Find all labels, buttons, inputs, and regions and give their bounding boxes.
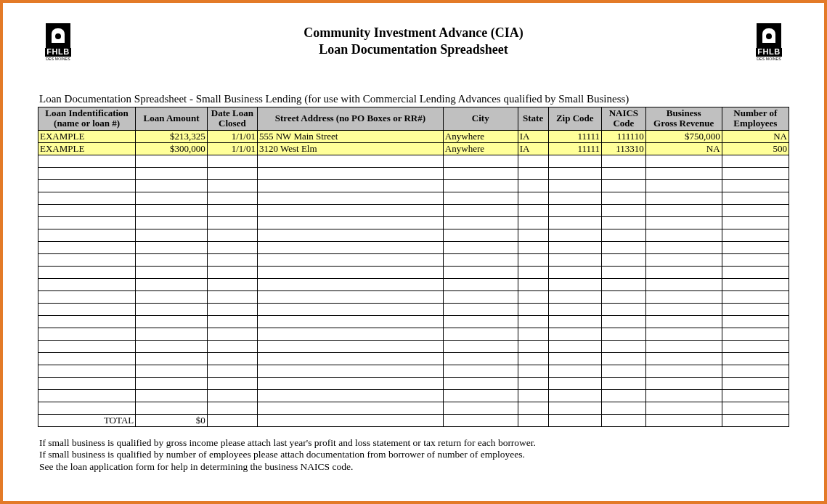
empty-cell	[722, 389, 789, 402]
empty-cell	[207, 352, 257, 365]
empty-cell	[548, 229, 601, 241]
empty-cell	[645, 216, 722, 229]
empty-cell	[601, 290, 645, 303]
empty-cell	[645, 365, 722, 377]
empty-cell	[601, 216, 645, 229]
total-label: TOTAL	[38, 414, 136, 426]
empty-cell	[722, 229, 789, 241]
empty-cell	[136, 229, 208, 241]
empty-cell	[548, 155, 601, 167]
table-row	[38, 315, 789, 328]
empty-cell	[601, 192, 645, 204]
empty-cell	[443, 377, 518, 389]
empty-cell	[601, 229, 645, 241]
empty-cell	[257, 192, 443, 204]
empty-cell	[38, 179, 136, 192]
spreadsheet-table: Loan Indentification(name or loan #) Loa…	[38, 107, 789, 427]
empty-cell	[645, 414, 722, 426]
empty-cell	[207, 340, 257, 352]
empty-cell	[38, 315, 136, 328]
empty-cell	[136, 216, 208, 229]
empty-cell	[257, 229, 443, 241]
cell-street: 555 NW Main Street	[257, 130, 443, 142]
empty-cell	[722, 266, 789, 278]
empty-cell	[518, 167, 548, 179]
empty-cell	[548, 402, 601, 414]
empty-cell	[257, 389, 443, 402]
empty-cell	[518, 352, 548, 365]
empty-cell	[548, 253, 601, 266]
house-icon	[46, 23, 70, 48]
table-row	[38, 365, 789, 377]
empty-cell	[548, 328, 601, 340]
empty-cell	[257, 167, 443, 179]
empty-cell	[207, 377, 257, 389]
empty-cell	[443, 266, 518, 278]
empty-cell	[645, 278, 722, 290]
empty-cell	[136, 377, 208, 389]
empty-cell	[136, 192, 208, 204]
empty-cell	[207, 155, 257, 167]
empty-cell	[601, 179, 645, 192]
empty-cell	[207, 303, 257, 315]
col-revenue: BusinessGross Revenue	[645, 107, 722, 131]
empty-cell	[207, 241, 257, 253]
empty-cell	[645, 204, 722, 216]
empty-cell	[443, 278, 518, 290]
cell-naics: 111110	[601, 130, 645, 142]
empty-cell	[136, 303, 208, 315]
empty-cell	[518, 204, 548, 216]
empty-cell	[548, 266, 601, 278]
empty-cell	[645, 167, 722, 179]
logo-subtext: DES MOINES	[757, 57, 781, 61]
total-row: TOTAL$0	[38, 414, 789, 426]
empty-cell	[722, 167, 789, 179]
cell-revenue: NA	[645, 142, 722, 155]
logo-brand: FHLB	[756, 48, 781, 57]
empty-cell	[38, 192, 136, 204]
empty-cell	[257, 179, 443, 192]
empty-cell	[136, 340, 208, 352]
empty-cell	[443, 179, 518, 192]
empty-cell	[207, 266, 257, 278]
table-row	[38, 328, 789, 340]
note-line: See the loan application form for help i…	[39, 461, 789, 473]
empty-cell	[601, 241, 645, 253]
col-city: City	[443, 107, 518, 131]
empty-cell	[518, 377, 548, 389]
cell-employees: NA	[722, 130, 789, 142]
empty-cell	[257, 340, 443, 352]
empty-cell	[257, 414, 443, 426]
empty-cell	[257, 155, 443, 167]
empty-cell	[443, 192, 518, 204]
empty-cell	[257, 253, 443, 266]
empty-cell	[645, 155, 722, 167]
empty-cell	[443, 402, 518, 414]
empty-cell	[38, 266, 136, 278]
empty-cell	[548, 216, 601, 229]
empty-cell	[518, 328, 548, 340]
note-line: If small business is qualified by gross …	[39, 437, 789, 450]
empty-cell	[645, 266, 722, 278]
table-row	[38, 167, 789, 179]
empty-cell	[601, 266, 645, 278]
empty-cell	[548, 192, 601, 204]
col-street: Street Address (no PO Boxes or RR#)	[257, 107, 443, 131]
total-amount: $0	[136, 414, 208, 426]
empty-cell	[38, 290, 136, 303]
empty-cell	[207, 216, 257, 229]
empty-cell	[548, 352, 601, 365]
empty-cell	[38, 352, 136, 365]
empty-cell	[601, 402, 645, 414]
empty-cell	[443, 414, 518, 426]
cell-loan: EXAMPLE	[38, 130, 136, 142]
empty-cell	[601, 167, 645, 179]
empty-cell	[38, 328, 136, 340]
logo-subtext: DES MOINES	[46, 57, 70, 61]
empty-cell	[645, 315, 722, 328]
house-icon	[757, 23, 781, 48]
empty-cell	[645, 328, 722, 340]
header-row: Loan Indentification(name or loan #) Loa…	[38, 107, 789, 131]
empty-cell	[443, 167, 518, 179]
empty-cell	[601, 365, 645, 377]
